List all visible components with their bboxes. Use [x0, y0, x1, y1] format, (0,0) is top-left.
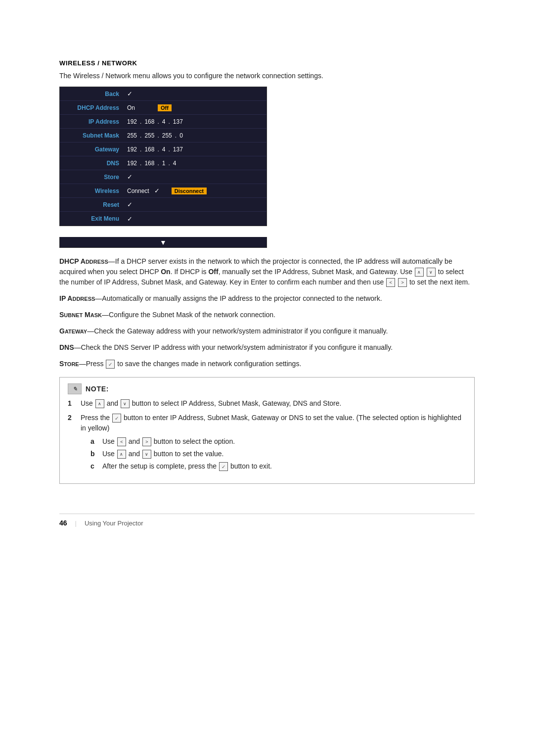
footer-divider: | [75, 520, 77, 527]
menu-label-wireless: Wireless [60, 186, 124, 196]
note-item-1: 1 Use ∧ and ∨ button to select IP Addres… [68, 398, 466, 409]
up-arrow-btn: ∧ [415, 268, 424, 277]
subitem-b-text: Use ∧ and ∨ button to set the value. [102, 449, 223, 459]
exit-check-icon: ✓ [127, 215, 133, 223]
menu-row-exit: Exit Menu ✓ [60, 212, 267, 226]
menu-row-subnet: Subnet Mask 255 . 255 . 255 . 0 [60, 129, 267, 142]
note-item-2: 2 Press the ✓ button to enter IP Address… [68, 413, 466, 473]
menu-row-gateway: Gateway 192 . 168 . 4 . 137 [60, 142, 267, 156]
subitem-c-text: After the setup is complete, press the ✓… [102, 461, 272, 472]
menu-value-ip: 192 . 168 . 4 . 137 [124, 116, 267, 127]
menu-label-ip: IP Address [60, 116, 124, 127]
menu-value-wireless: Connect ✓ Disconnect [124, 185, 267, 196]
desc-ip: IP ADDRESS—Automatically or manually ass… [59, 293, 475, 304]
menu-row-reset: Reset ✓ [60, 198, 267, 212]
note-subitem-a: a Use < and > button to select the optio… [90, 436, 466, 447]
left-arrow-btn: < [386, 278, 395, 287]
menu-row-store: Store ✓ [60, 170, 267, 184]
note-subitem-c: c After the setup is complete, press the… [90, 461, 466, 472]
ip-seg3: 4 [162, 118, 166, 125]
ip-seg1: 192 [127, 118, 137, 125]
gw-seg1: 192 [127, 146, 137, 153]
menu-row-ip: IP Address 192 . 168 . 4 . 137 [60, 115, 267, 129]
subitem-a-text: Use < and > button to select the option. [102, 436, 235, 447]
subnet-seg1: 255 [127, 132, 137, 139]
note-up-btn: ∧ [95, 399, 104, 408]
back-check-icon: ✓ [127, 90, 133, 97]
subnet-seg3: 255 [162, 132, 172, 139]
ip-seg2: 168 [144, 118, 154, 125]
gw-seg3: 4 [162, 146, 166, 153]
note-item-2-text: Press the ✓ button to enter IP Address, … [81, 413, 466, 473]
sub-right-btn: > [142, 437, 151, 446]
menu-down-arrow: ▼ [59, 237, 267, 248]
page-footer: 46 | Using Your Projector [59, 514, 475, 527]
desc-dhcp: DHCP ADDRESS—If a DHCP server exists in … [59, 256, 475, 287]
note-down-btn: ∨ [121, 399, 130, 408]
desc-ip-label: IP ADDRESS [59, 294, 95, 302]
note-item-1-num: 1 [68, 398, 76, 409]
desc-dns-label: DNS [59, 343, 74, 351]
menu-label-gateway: Gateway [60, 144, 124, 155]
sub-down-btn2: ∨ [142, 450, 151, 459]
wireless-connect: Connect [127, 188, 149, 194]
page-number: 46 [59, 519, 67, 527]
subitem-c-letter: c [90, 461, 97, 472]
note-header: ✎ NOTE: [68, 383, 466, 394]
sub-left-btn: < [117, 437, 126, 446]
menu-value-exit: ✓ [124, 213, 267, 225]
sub-exit-btn: ✓ [219, 462, 228, 471]
section-title: WIRELESS / NETWORK [59, 59, 475, 67]
menu-row-wireless: Wireless Connect ✓ Disconnect [60, 184, 267, 198]
wireless-check: ✓ [154, 187, 160, 194]
wireless-disconnect: Disconnect [172, 188, 207, 194]
menu-value-gateway: 192 . 168 . 4 . 137 [124, 144, 267, 155]
note-sublist: a Use < and > button to select the optio… [81, 436, 466, 472]
menu-value-store: ✓ [124, 171, 267, 183]
down-arrow-btn: ∨ [427, 268, 436, 277]
note-item-2-num: 2 [68, 413, 76, 473]
menu-row-dns: DNS 192 . 168 . 1 . 4 [60, 156, 267, 170]
menu-value-subnet: 255 . 255 . 255 . 0 [124, 130, 267, 141]
menu-label-reset: Reset [60, 199, 124, 210]
reset-check-icon: ✓ [127, 201, 133, 208]
intro-text: The Wireless / Network menu allows you t… [59, 72, 475, 80]
menu-label-dhcp: DHCP Address [60, 102, 124, 113]
desc-dns: DNS—Check the DNS Server IP address with… [59, 342, 475, 353]
menu-label-dns: DNS [60, 158, 124, 169]
menu-label-exit: Exit Menu [60, 213, 124, 224]
dns-seg3: 1 [162, 160, 166, 167]
desc-dhcp-label: DHCP ADDRESS [59, 257, 108, 265]
store-check-btn: ✓ [106, 360, 115, 369]
desc-subnet-label: SUBNET MASK [59, 311, 102, 319]
menu-value-dns: 192 . 168 . 1 . 4 [124, 158, 267, 169]
desc-store-label: STORE [59, 360, 79, 368]
subnet-seg4: 0 [179, 132, 183, 139]
note-item-1-text: Use ∧ and ∨ button to select IP Address,… [81, 398, 341, 409]
desc-subnet: SUBNET MASK—Configure the Subnet Mask of… [59, 310, 475, 320]
gw-seg4: 137 [173, 146, 183, 153]
subnet-seg2: 255 [144, 132, 154, 139]
note-title: NOTE: [86, 385, 109, 393]
note-enter-btn: ✓ [112, 414, 121, 423]
dhcp-off: Off [158, 104, 172, 111]
note-list: 1 Use ∧ and ∨ button to select IP Addres… [68, 398, 466, 473]
desc-gateway-label: GATEWAY [59, 327, 87, 335]
subitem-a-letter: a [90, 436, 97, 447]
menu-row-back: Back ✓ [60, 87, 267, 101]
dns-seg4: 4 [173, 160, 177, 167]
menu-value-back: ✓ [124, 88, 267, 99]
down-arrow-icon: ▼ [160, 238, 167, 246]
menu-label-back: Back [60, 89, 124, 99]
menu-label-subnet: Subnet Mask [60, 130, 124, 141]
sub-up-btn2: ∧ [117, 450, 126, 459]
right-arrow-btn: > [398, 278, 407, 287]
store-check-icon: ✓ [127, 173, 133, 181]
dhcp-on: On [127, 104, 135, 111]
dns-seg1: 192 [127, 160, 137, 167]
dns-seg2: 168 [144, 160, 154, 167]
subitem-b-letter: b [90, 449, 97, 459]
footer-text: Using Your Projector [85, 520, 143, 527]
menu-row-dhcp: DHCP Address On Off [60, 101, 267, 115]
menu-value-reset: ✓ [124, 199, 267, 210]
